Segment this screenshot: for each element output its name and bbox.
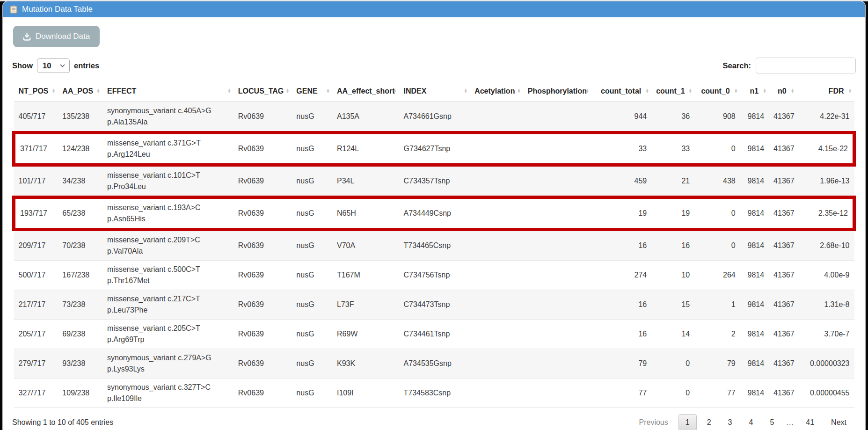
cell-count_1: 10 (651, 261, 694, 290)
column-header-label: count_0 (701, 87, 729, 95)
cell-locus_tag: Rv0639 (233, 165, 292, 197)
cell-aa_pos: 93/238 (58, 349, 102, 379)
sort-icon: ▲▼ (645, 89, 649, 94)
cell-n1: 9814 (740, 379, 769, 408)
sort-icon: ▲▼ (227, 89, 231, 94)
search-input[interactable] (756, 58, 856, 73)
cell-n0: 41367 (769, 290, 797, 320)
cell-aa_pos: 124/238 (58, 133, 102, 165)
pagination-page-41[interactable]: 41 (799, 415, 821, 430)
table-row[interactable]: 101/71734/238missense_variant c.101C>T p… (14, 165, 854, 197)
column-header-effect[interactable]: EFFECT▲▼ (102, 81, 233, 102)
cell-nt_pos: 405/717 (14, 102, 58, 133)
column-header-count_total[interactable]: count_total▲▼ (591, 81, 651, 102)
column-header-label: NT_POS (19, 87, 49, 95)
cell-nt_pos: 327/717 (14, 379, 58, 408)
table-row[interactable]: 205/71769/238missense_variant c.205C>T p… (14, 320, 854, 349)
cell-count_1: 36 (651, 102, 694, 133)
cell-locus_tag: Rv0639 (233, 349, 292, 379)
sort-icon: ▲▼ (51, 89, 55, 94)
cell-count_0: 0 (694, 197, 740, 230)
column-header-nt_pos[interactable]: NT_POS▲▼ (14, 81, 58, 102)
column-header-locus_tag[interactable]: LOCUS_TAG▲▼ (233, 81, 292, 102)
column-header-n1[interactable]: n1▲▼ (740, 81, 769, 102)
column-header-label: n0 (778, 87, 787, 95)
cell-locus_tag: Rv0639 (233, 261, 292, 290)
pagination-page-4[interactable]: 4 (742, 415, 759, 430)
cell-count_total: 79 (591, 349, 651, 379)
cell-fdr: 1.96e-13 (797, 165, 854, 197)
cell-fdr: 4.00e-9 (797, 261, 854, 290)
sort-icon: ▲▼ (285, 89, 289, 94)
column-header-aa_effect_short[interactable]: AA_effect_short▲▼ (332, 81, 399, 102)
column-header-gene[interactable]: GENE▲▼ (292, 81, 332, 102)
cell-index: T734583Csnp (399, 379, 470, 408)
table-row[interactable]: 327/717109/238synonymous_variant c.327T>… (14, 379, 854, 408)
cell-count_1: 16 (651, 230, 694, 261)
table-row[interactable]: 209/71770/238missense_variant c.209T>C p… (14, 230, 854, 261)
cell-aa_effect_short: K93K (332, 349, 399, 379)
cell-index: T734465Csnp (399, 230, 470, 261)
cell-n1: 9814 (740, 165, 769, 197)
sort-icon: ▲▼ (734, 89, 738, 94)
cell-locus_tag: Rv0639 (233, 290, 292, 320)
table-row[interactable]: 217/71773/238missense_variant c.217C>T p… (14, 290, 854, 320)
cell-n0: 41367 (769, 133, 797, 165)
cell-n1: 9814 (740, 230, 769, 261)
search-label: Search: (722, 61, 751, 70)
pagination-previous[interactable]: Previous (633, 415, 675, 430)
cell-count_total: 16 (591, 320, 651, 349)
column-header-index[interactable]: INDEX▲▼ (399, 81, 470, 102)
cell-nt_pos: 500/717 (14, 261, 58, 290)
cell-count_total: 16 (591, 290, 651, 320)
table-row-highlighted[interactable]: 371/717124/238missense_variant c.371G>T … (14, 133, 854, 165)
cell-aa_effect_short: A135A (332, 102, 399, 133)
column-header-label: count_total (601, 87, 641, 95)
entries-select-value: 10 (43, 61, 51, 70)
column-header-acetylation[interactable]: Acetylation▲▼ (470, 81, 523, 102)
cell-acetylation (470, 320, 523, 349)
pagination-page-5[interactable]: 5 (763, 415, 780, 430)
pagination-page-1[interactable]: 1 (678, 414, 697, 430)
table-row[interactable]: 500/717167/238missense_variant c.500C>T … (14, 261, 854, 290)
cell-phosphorylation (523, 230, 591, 261)
cell-index: A734661Gsnp (399, 102, 470, 133)
pagination-page-2[interactable]: 2 (700, 415, 718, 430)
column-header-count_1[interactable]: count_1▲▼ (651, 81, 694, 102)
entries-select[interactable]: 10 (37, 58, 70, 73)
sort-icon: ▲▼ (791, 89, 795, 94)
column-header-label: Acetylation (474, 87, 515, 95)
cell-acetylation (470, 197, 523, 230)
cell-gene: nusG (292, 102, 332, 133)
cell-count_1: 21 (651, 165, 694, 197)
cell-nt_pos: 217/717 (14, 290, 58, 320)
header-row: NT_POS▲▼AA_POS▲▼EFFECT▲▼LOCUS_TAG▲▼GENE▲… (14, 81, 854, 102)
column-header-n0[interactable]: n0▲▼ (769, 81, 797, 102)
cell-aa_effect_short: T167M (332, 261, 399, 290)
column-header-phosphorylation[interactable]: Phosphorylation▲▼ (523, 81, 591, 102)
cell-aa_pos: 167/238 (58, 261, 102, 290)
pagination-page-3[interactable]: 3 (722, 415, 739, 430)
cell-gene: nusG (292, 320, 332, 349)
cell-phosphorylation (523, 320, 591, 349)
pagination-next[interactable]: Next (824, 415, 853, 430)
cell-gene: nusG (292, 290, 332, 320)
cell-count_1: 19 (651, 197, 694, 230)
cell-aa_effect_short: R124L (332, 133, 399, 165)
cell-acetylation (470, 133, 523, 165)
table-row-highlighted[interactable]: 193/71765/238missense_variant c.193A>C p… (14, 197, 854, 230)
table-row[interactable]: 405/717135/238synonymous_variant c.405A>… (14, 102, 854, 133)
cell-aa_pos: 69/238 (58, 320, 102, 349)
show-label: Show (12, 61, 33, 70)
column-header-label: AA_effect_short (337, 87, 395, 95)
column-header-count_0[interactable]: count_0▲▼ (694, 81, 740, 102)
cell-index: C734461Tsnp (399, 320, 470, 349)
download-data-button[interactable]: Download Data (13, 26, 100, 47)
column-header-fdr[interactable]: FDR▲▼ (797, 81, 854, 102)
cell-effect: missense_variant c.193A>C p.Asn65His (102, 197, 233, 230)
cell-acetylation (470, 261, 523, 290)
cell-count_0: 264 (694, 261, 740, 290)
cell-index: C734473Tsnp (399, 290, 470, 320)
table-row[interactable]: 279/71793/238synonymous_variant c.279A>G… (14, 349, 854, 379)
column-header-aa_pos[interactable]: AA_POS▲▼ (58, 81, 102, 102)
